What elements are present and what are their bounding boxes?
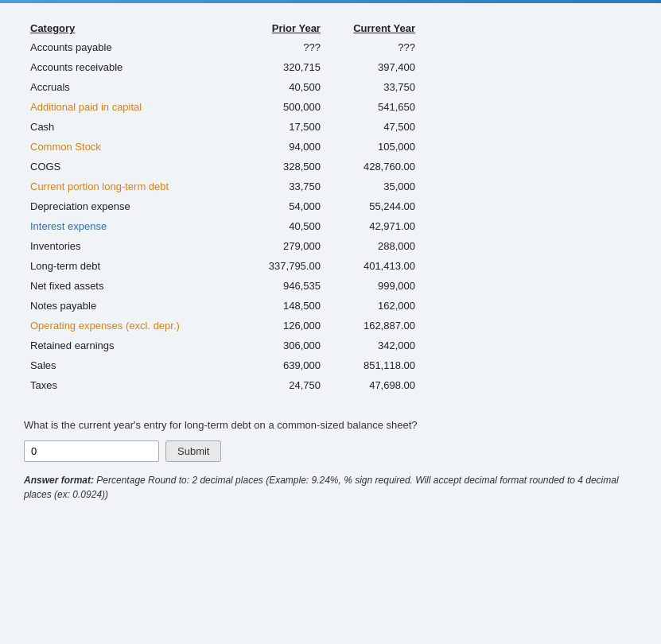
current-year-cell: 851,118.00 (327, 355, 422, 375)
table-row: Net fixed assets946,535999,000 (24, 276, 422, 296)
current-year-cell: 428,760.00 (327, 157, 422, 177)
category-cell: Long-term debt (24, 256, 232, 276)
category-cell: Taxes (24, 375, 232, 395)
category-cell: Net fixed assets (24, 276, 232, 296)
prior-year-cell: 126,000 (232, 316, 327, 336)
current-year-cell: 999,000 (327, 276, 422, 296)
table-row: Retained earnings306,000342,000 (24, 336, 422, 355)
current-year-cell: 342,000 (327, 336, 422, 355)
category-cell: Notes payable (24, 296, 232, 316)
category-cell: Common Stock (24, 137, 232, 157)
current-year-cell: 33,750 (327, 77, 422, 97)
table-row: Inventories279,000288,000 (24, 236, 422, 256)
current-year-cell: ??? (327, 37, 422, 57)
prior-year-cell: 328,500 (232, 157, 327, 177)
table-row: Additional paid in capital500,000541,650 (24, 97, 422, 117)
prior-year-cell: 40,500 (232, 216, 327, 236)
prior-year-cell: 337,795.00 (232, 256, 327, 276)
category-cell: Additional paid in capital (24, 97, 232, 117)
answer-format-label: Answer format: (24, 475, 94, 486)
prior-year-cell: 54,000 (232, 196, 327, 216)
category-cell: Current portion long-term debt (24, 177, 232, 196)
submit-button[interactable]: Submit (165, 440, 221, 462)
current-year-cell: 35,000 (327, 177, 422, 196)
answer-format-text: Percentage Round to: 2 decimal places (E… (24, 475, 619, 500)
current-year-cell: 42,971.00 (327, 216, 422, 236)
current-year-cell: 105,000 (327, 137, 422, 157)
table-row: Notes payable148,500162,000 (24, 296, 422, 316)
category-cell: Sales (24, 355, 232, 375)
financial-table: Category Prior Year Current Year Account… (24, 19, 422, 395)
header-prior-year: Prior Year (232, 19, 327, 37)
prior-year-cell: 306,000 (232, 336, 327, 355)
current-year-cell: 397,400 (327, 57, 422, 77)
answer-input[interactable] (24, 440, 159, 462)
category-cell: Cash (24, 117, 232, 137)
current-year-cell: 47,500 (327, 117, 422, 137)
answer-format: Answer format: Percentage Round to: 2 de… (24, 473, 637, 502)
table-row: Taxes24,75047,698.00 (24, 375, 422, 395)
prior-year-cell: ??? (232, 37, 327, 57)
category-cell: COGS (24, 157, 232, 177)
input-row: Submit (24, 440, 637, 462)
prior-year-cell: 320,715 (232, 57, 327, 77)
table-row: Sales639,000851,118.00 (24, 355, 422, 375)
category-cell: Accounts receivable (24, 57, 232, 77)
main-content: Category Prior Year Current Year Account… (0, 3, 661, 644)
table-row: Common Stock94,000105,000 (24, 137, 422, 157)
header-current-year: Current Year (327, 19, 422, 37)
header-category: Category (24, 19, 232, 37)
category-cell: Operating expenses (excl. depr.) (24, 316, 232, 336)
category-cell: Accruals (24, 77, 232, 97)
question-text: What is the current year's entry for lon… (24, 419, 637, 431)
current-year-cell: 162,000 (327, 296, 422, 316)
category-cell: Accounts payable (24, 37, 232, 57)
table-row: Accounts payable?????? (24, 37, 422, 57)
category-cell: Interest expense (24, 216, 232, 236)
prior-year-cell: 94,000 (232, 137, 327, 157)
table-row: Long-term debt337,795.00401,413.00 (24, 256, 422, 276)
table-row: COGS328,500428,760.00 (24, 157, 422, 177)
prior-year-cell: 148,500 (232, 296, 327, 316)
table-row: Accruals40,50033,750 (24, 77, 422, 97)
prior-year-cell: 40,500 (232, 77, 327, 97)
prior-year-cell: 500,000 (232, 97, 327, 117)
category-cell: Inventories (24, 236, 232, 256)
table-row: Accounts receivable320,715397,400 (24, 57, 422, 77)
current-year-cell: 55,244.00 (327, 196, 422, 216)
current-year-cell: 47,698.00 (327, 375, 422, 395)
table-row: Operating expenses (excl. depr.)126,0001… (24, 316, 422, 336)
table-row: Interest expense40,50042,971.00 (24, 216, 422, 236)
current-year-cell: 401,413.00 (327, 256, 422, 276)
table-row: Current portion long-term debt33,75035,0… (24, 177, 422, 196)
prior-year-cell: 17,500 (232, 117, 327, 137)
current-year-cell: 541,650 (327, 97, 422, 117)
category-cell: Depreciation expense (24, 196, 232, 216)
prior-year-cell: 279,000 (232, 236, 327, 256)
current-year-cell: 162,887.00 (327, 316, 422, 336)
prior-year-cell: 33,750 (232, 177, 327, 196)
current-year-cell: 288,000 (327, 236, 422, 256)
category-cell: Retained earnings (24, 336, 232, 355)
prior-year-cell: 24,750 (232, 375, 327, 395)
table-container: Category Prior Year Current Year Account… (24, 19, 637, 395)
prior-year-cell: 639,000 (232, 355, 327, 375)
prior-year-cell: 946,535 (232, 276, 327, 296)
table-row: Cash17,50047,500 (24, 117, 422, 137)
question-section: What is the current year's entry for lon… (24, 419, 637, 502)
table-row: Depreciation expense54,00055,244.00 (24, 196, 422, 216)
